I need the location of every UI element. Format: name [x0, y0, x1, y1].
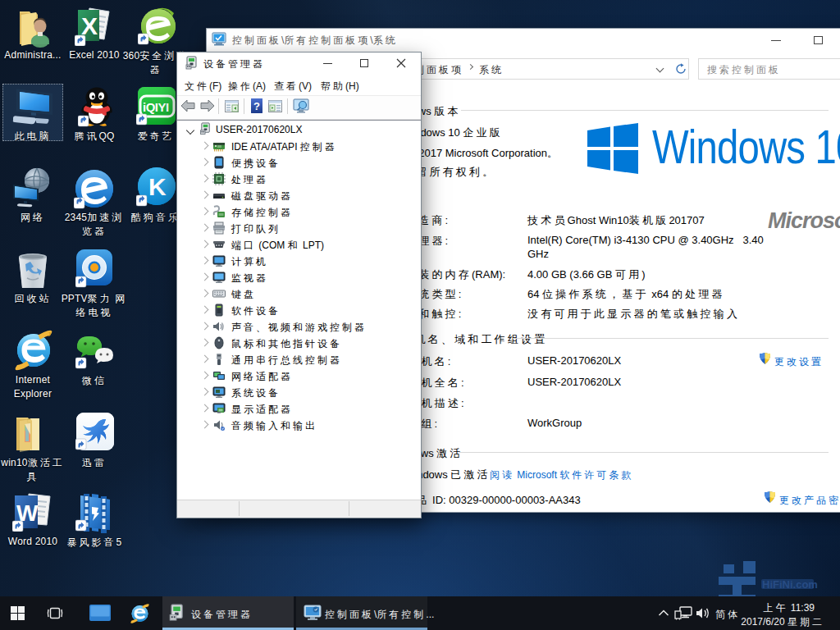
svg-text:K: K	[148, 173, 167, 200]
svg-text:iQIYI: iQIYI	[143, 100, 169, 114]
svg-text:?: ?	[253, 100, 260, 112]
svg-text:HiFiNi.com: HiFiNi.com	[762, 578, 818, 591]
